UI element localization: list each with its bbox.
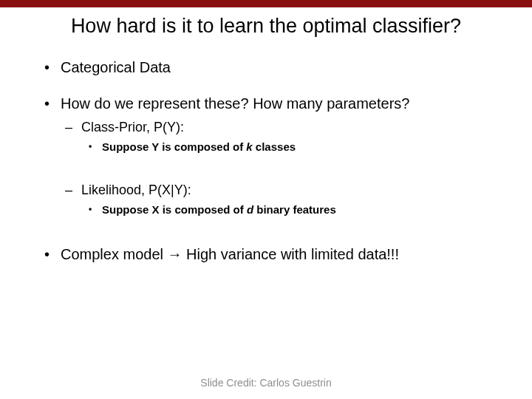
text-fragment: High variance with limited data!!! — [183, 246, 399, 262]
text-fragment: Complex model — [61, 246, 168, 262]
sub-bullet-text: Likelihood, P(X|Y): — [81, 183, 191, 197]
text-fragment: Suppose Y is composed of — [102, 140, 246, 153]
slide-credit: Slide Credit: Carlos Guestrin — [0, 377, 532, 389]
top-accent-bar — [0, 0, 532, 7]
bullet-text: Categorical Data — [61, 59, 171, 75]
bullet-categorical-data: Categorical Data — [41, 58, 491, 77]
slide-title: How hard is it to learn the optimal clas… — [0, 15, 532, 38]
italic-d: d — [247, 203, 253, 216]
bullet-complex-model: Complex model → High variance with limit… — [41, 245, 491, 264]
bullet-represent-parameters: How do we represent these? How many para… — [41, 95, 491, 217]
text-fragment: classes — [253, 140, 296, 153]
bullet-text: How do we represent these? How many para… — [61, 95, 409, 112]
text-fragment: binary features — [253, 203, 336, 216]
slide-content: Categorical Data How do we represent the… — [0, 38, 532, 264]
sub-bullet-text: Class-Prior, P(Y): — [81, 120, 184, 134]
text-fragment: Suppose — [102, 203, 152, 216]
subsub-bullet-list: Suppose Y is composed of k classes — [81, 140, 491, 154]
bold-x: X — [152, 203, 160, 216]
sub-bullet-likelihood: Likelihood, P(X|Y): Suppose X is compose… — [61, 182, 491, 216]
slide: How hard is it to learn the optimal clas… — [0, 0, 532, 399]
subsub-bullet-d-features: Suppose X is composed of d binary featur… — [81, 203, 491, 217]
text-fragment: is composed of — [160, 203, 247, 216]
bullet-list: Categorical Data How do we represent the… — [41, 58, 491, 264]
subsub-bullet-k-classes: Suppose Y is composed of k classes — [81, 140, 491, 154]
subsub-bullet-list: Suppose X is composed of d binary featur… — [81, 203, 491, 217]
italic-k: k — [246, 140, 252, 153]
sub-bullet-list: Class-Prior, P(Y): Suppose Y is composed… — [61, 119, 491, 217]
arrow-icon: → — [168, 246, 183, 262]
sub-bullet-class-prior: Class-Prior, P(Y): Suppose Y is composed… — [61, 119, 491, 154]
